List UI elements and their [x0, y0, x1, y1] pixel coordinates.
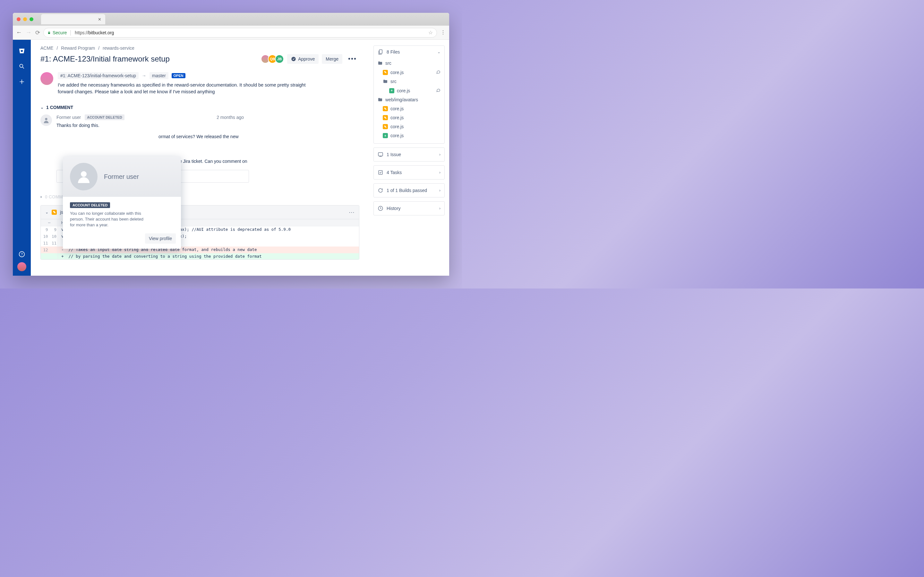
svg-point-4	[45, 118, 47, 120]
target-branch[interactable]: master	[150, 72, 168, 79]
profile-card-badge: ACCOUNT DELETED	[70, 202, 110, 208]
minimize-window-icon[interactable]	[23, 17, 27, 21]
merge-button[interactable]: Merge	[322, 54, 342, 64]
builds-label: 1 of 1 Builds passed	[387, 188, 427, 193]
file-more-icon[interactable]: ⋯	[349, 209, 355, 216]
added-file-icon: +	[389, 88, 394, 93]
tree-folder[interactable]: src	[376, 59, 442, 68]
tasks-label: 4 Tasks	[387, 170, 402, 175]
profile-avatar[interactable]	[17, 262, 26, 271]
comments-header[interactable]: ⌄ 1 COMMENT	[40, 105, 359, 110]
toolbar: ← → ⟳ Secure │ https://bitbucket.org ☆ ⋯	[13, 26, 449, 40]
view-profile-button[interactable]: View profile	[145, 234, 176, 243]
gutter-expand-icon[interactable]: ⋯	[41, 219, 58, 226]
more-actions-icon[interactable]: •••	[346, 54, 359, 64]
browser-menu-icon[interactable]: ⋯	[440, 30, 446, 35]
tab-bar: ✕	[13, 13, 449, 26]
issues-card[interactable]: 1 Issue ›	[373, 147, 445, 161]
modified-file-icon: ✎	[52, 210, 57, 215]
svg-point-3	[291, 57, 296, 61]
profile-hover-card: Former user ACCOUNT DELETED You can no l…	[63, 156, 181, 249]
secure-badge: Secure	[47, 30, 67, 35]
comment-body-line: ormat of services? We released the new	[57, 133, 359, 140]
svg-point-5	[81, 171, 87, 177]
diff-line[interactable]: + // by parsing the date and converting …	[41, 253, 359, 259]
svg-point-0	[19, 64, 23, 67]
maximize-window-icon[interactable]	[29, 17, 33, 21]
modified-file-icon: ✎	[383, 115, 388, 120]
chevron-right-icon: ›	[439, 152, 441, 157]
browser-window: ✕ ← → ⟳ Secure │ https://bitbucket.org ☆…	[13, 13, 449, 276]
bitbucket-logo-icon[interactable]	[18, 47, 25, 55]
modified-file-icon: ✎	[383, 70, 388, 75]
file-tree: src✎core.jssrc+core.jsweb/img/avatars✎co…	[374, 58, 444, 143]
chevron-down-icon: ⌄	[40, 105, 44, 110]
app-shell: ? ACME / Reward Program / rewards-servic…	[13, 40, 449, 276]
bookmark-icon[interactable]: ☆	[428, 29, 433, 35]
merge-label: Merge	[326, 56, 338, 61]
tree-file[interactable]: ✎core.js	[376, 122, 442, 131]
lock-icon	[47, 31, 51, 34]
create-icon[interactable]	[18, 78, 25, 85]
tree-file[interactable]: ✎core.js	[376, 104, 442, 113]
history-icon	[378, 205, 383, 211]
chevron-right-icon: ›	[439, 206, 441, 211]
browser-tab[interactable]: ✕	[41, 14, 105, 24]
comment-icon	[436, 88, 441, 93]
comments-count-label: 1 COMMENT	[46, 105, 73, 110]
tree-file[interactable]: ✎core.js	[376, 113, 442, 122]
avatar[interactable]: JB	[275, 55, 284, 63]
status-badge: OPEN	[172, 73, 186, 78]
author-avatar[interactable]	[40, 72, 53, 85]
right-sidebar: 8 Files ⌄ src✎core.jssrc+core.jsweb/img/…	[369, 40, 449, 276]
tree-item-label: core.js	[391, 133, 404, 138]
modified-file-icon: ✎	[383, 106, 388, 111]
approve-button[interactable]: Approve	[287, 54, 318, 64]
chevron-down-icon[interactable]: ⌄	[437, 50, 441, 54]
breadcrumb-item[interactable]: Reward Program	[61, 45, 95, 51]
profile-card-name: Former user	[104, 173, 139, 181]
tree-item-label: src	[385, 61, 391, 66]
source-branch[interactable]: #1: ACME-123/initial-framework-setup	[58, 72, 139, 79]
chevron-right-icon: ›	[439, 188, 441, 193]
window-controls[interactable]	[17, 17, 33, 21]
issue-icon	[378, 152, 383, 157]
close-window-icon[interactable]	[17, 17, 21, 21]
tree-file[interactable]: +core.js	[376, 131, 442, 140]
tree-folder[interactable]: web/img/avatars	[376, 95, 442, 104]
chevron-down-icon[interactable]: ⌄	[45, 210, 48, 214]
tree-item-label: core.js	[391, 115, 404, 120]
global-nav: ?	[13, 40, 31, 276]
help-icon[interactable]: ?	[18, 251, 25, 258]
check-circle-icon	[291, 56, 296, 61]
tree-file[interactable]: ✎core.js	[376, 68, 442, 77]
tree-folder[interactable]: src	[376, 77, 442, 86]
breadcrumb-item[interactable]: ACME	[40, 45, 53, 51]
search-icon[interactable]	[18, 63, 25, 70]
back-icon[interactable]: ←	[16, 29, 22, 36]
task-icon	[378, 169, 383, 175]
breadcrumb-item[interactable]: rewards-service	[103, 45, 134, 51]
history-card[interactable]: History ›	[373, 201, 445, 215]
tree-item-label: core.js	[391, 106, 404, 111]
tree-item-label: core.js	[391, 70, 404, 75]
comment-avatar[interactable]	[40, 114, 52, 126]
builds-card[interactable]: 1 of 1 Builds passed ›	[373, 183, 445, 197]
reload-icon[interactable]: ⟳	[35, 29, 40, 36]
forward-icon[interactable]: →	[26, 29, 31, 36]
tasks-card[interactable]: 4 Tasks ›	[373, 165, 445, 179]
comment-body-line: Thanks for doing this.	[57, 122, 359, 129]
account-deleted-badge: ACCOUNT DELETED	[85, 114, 124, 120]
url-scheme: https://	[75, 30, 88, 35]
close-tab-icon[interactable]: ✕	[98, 17, 102, 22]
tree-item-label: core.js	[391, 124, 404, 129]
svg-rect-6	[379, 50, 382, 53]
build-icon	[378, 187, 383, 193]
folder-icon	[383, 79, 388, 84]
comment-author[interactable]: Former user	[57, 115, 81, 120]
address-bar[interactable]: Secure │ https://bitbucket.org ☆	[43, 28, 437, 37]
modified-file-icon: ✎	[383, 124, 388, 129]
tree-file[interactable]: +core.js	[376, 86, 442, 95]
person-icon	[76, 169, 91, 184]
folder-icon	[378, 97, 383, 102]
